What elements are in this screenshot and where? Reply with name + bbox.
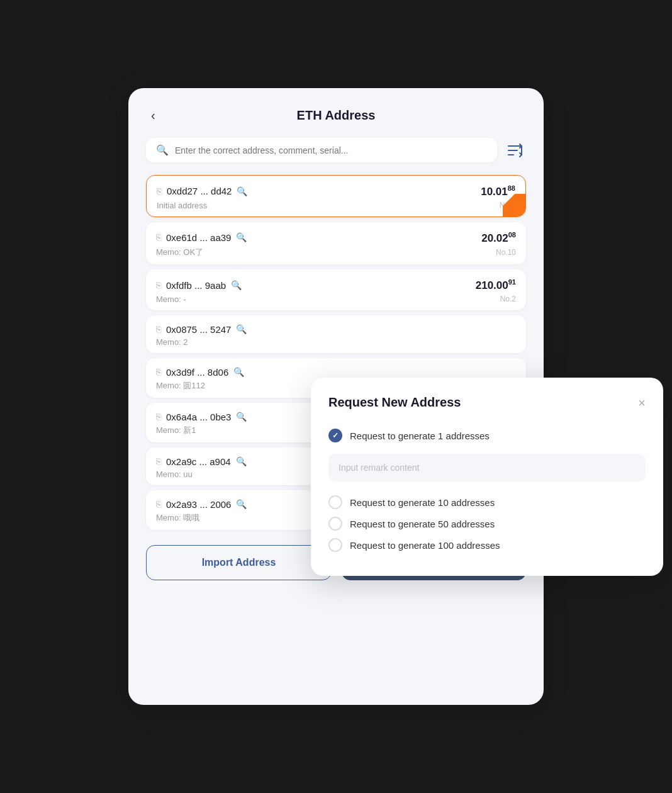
address-memo: Memo: 2 xyxy=(156,337,188,347)
main-card: ‹ ETH Address 🔍 ⎘ 0xdd27 ... dd42 xyxy=(128,88,544,705)
search-icon: 🔍 xyxy=(156,144,169,156)
radio-option[interactable]: Request to generate 1 addresses xyxy=(328,425,646,446)
radio-label: Request to generate 10 addresses xyxy=(350,497,495,508)
address-memo: Initial address xyxy=(157,201,207,210)
address-search-icon[interactable]: 🔍 xyxy=(236,232,247,242)
address-memo: Memo: - xyxy=(156,295,186,304)
address-item[interactable]: ⎘ 0x0875 ... 5247 🔍 Memo: 2 xyxy=(146,315,526,353)
address-text: 0x2a9c ... a904 xyxy=(166,456,231,467)
filter-sort-button[interactable] xyxy=(503,140,526,161)
modal-option-2: Request to generate 50 addresses xyxy=(328,513,646,534)
radio-option[interactable]: Request to generate 10 addresses xyxy=(328,492,646,513)
modal-option-1: Request to generate 10 addresses xyxy=(328,492,646,513)
copy-icon[interactable]: ⎘ xyxy=(156,324,161,334)
address-no: No.10 xyxy=(496,248,516,257)
search-input[interactable] xyxy=(175,145,487,155)
request-address-modal: Request New Address × Request to generat… xyxy=(311,378,663,576)
address-item[interactable]: ⎘ 0xe61d ... aa39 🔍 20.0208 Memo: OK了 No… xyxy=(146,222,526,265)
modal-option-3: Request to generate 100 addresses xyxy=(328,534,646,556)
address-text: 0xe61d ... aa39 xyxy=(166,232,231,243)
active-corner-indicator xyxy=(503,194,525,217)
address-search-icon[interactable]: 🔍 xyxy=(236,456,247,466)
radio-label: Request to generate 50 addresses xyxy=(350,519,495,529)
header: ‹ ETH Address xyxy=(146,108,526,123)
back-button[interactable]: ‹ xyxy=(146,106,160,125)
modal-close-button[interactable]: × xyxy=(638,396,646,409)
address-text: 0x3d9f ... 8d06 xyxy=(166,367,228,378)
modal-option-0: Request to generate 1 addresses xyxy=(328,425,646,492)
address-search-icon[interactable]: 🔍 xyxy=(236,324,247,334)
address-no: No.2 xyxy=(500,295,516,303)
radio-circle xyxy=(328,538,342,552)
search-bar: 🔍 xyxy=(146,138,497,162)
address-search-icon[interactable]: 🔍 xyxy=(236,499,247,509)
address-item[interactable]: ⎘ 0xfdfb ... 9aab 🔍 210.0091 Memo: - No.… xyxy=(146,269,526,310)
address-search-icon[interactable]: 🔍 xyxy=(237,186,247,196)
radio-option[interactable]: Request to generate 50 addresses xyxy=(328,513,646,534)
address-amount: 20.0208 xyxy=(481,231,516,245)
address-memo: Memo: OK了 xyxy=(156,247,203,258)
address-memo: Memo: 哦哦 xyxy=(156,512,199,524)
filter-sort-icon xyxy=(507,143,522,157)
address-memo: Memo: 新1 xyxy=(156,425,196,436)
copy-icon[interactable]: ⎘ xyxy=(156,412,161,422)
radio-circle xyxy=(328,517,342,531)
import-address-button[interactable]: Import Address xyxy=(146,545,332,580)
page-title: ETH Address xyxy=(297,108,376,123)
address-search-icon[interactable]: 🔍 xyxy=(231,280,242,290)
address-text: 0xfdfb ... 9aab xyxy=(166,280,226,291)
search-row: 🔍 xyxy=(146,138,526,162)
copy-icon[interactable]: ⎘ xyxy=(156,456,161,466)
radio-label: Request to generate 100 addresses xyxy=(350,540,500,551)
radio-circle xyxy=(328,495,342,509)
address-text: 0xdd27 ... dd42 xyxy=(167,186,232,196)
modal-header: Request New Address × xyxy=(328,395,646,410)
copy-icon[interactable]: ⎘ xyxy=(156,367,161,377)
radio-label: Request to generate 1 addresses xyxy=(350,430,490,441)
copy-icon[interactable]: ⎘ xyxy=(156,499,161,509)
address-search-icon[interactable]: 🔍 xyxy=(233,367,244,377)
address-memo: Memo: uu xyxy=(156,470,193,479)
address-search-icon[interactable]: 🔍 xyxy=(236,412,247,422)
remark-input[interactable] xyxy=(328,454,646,481)
address-memo: Memo: 圆112 xyxy=(156,380,205,391)
copy-icon[interactable]: ⎘ xyxy=(156,280,161,290)
address-text: 0x0875 ... 5247 xyxy=(166,324,231,335)
address-item[interactable]: ⎘ 0xdd27 ... dd42 🔍 10.0188 Initial addr… xyxy=(146,175,526,217)
address-text: 0x6a4a ... 0be3 xyxy=(166,412,231,422)
copy-icon[interactable]: ⎘ xyxy=(157,186,162,196)
copy-icon[interactable]: ⎘ xyxy=(156,232,161,242)
modal-title: Request New Address xyxy=(328,395,461,410)
modal-options: Request to generate 1 addressesRequest t… xyxy=(328,425,646,556)
address-text: 0x2a93 ... 2006 xyxy=(166,499,231,510)
address-amount: 210.0091 xyxy=(476,278,516,292)
radio-circle xyxy=(328,429,342,442)
radio-option[interactable]: Request to generate 100 addresses xyxy=(328,534,646,556)
